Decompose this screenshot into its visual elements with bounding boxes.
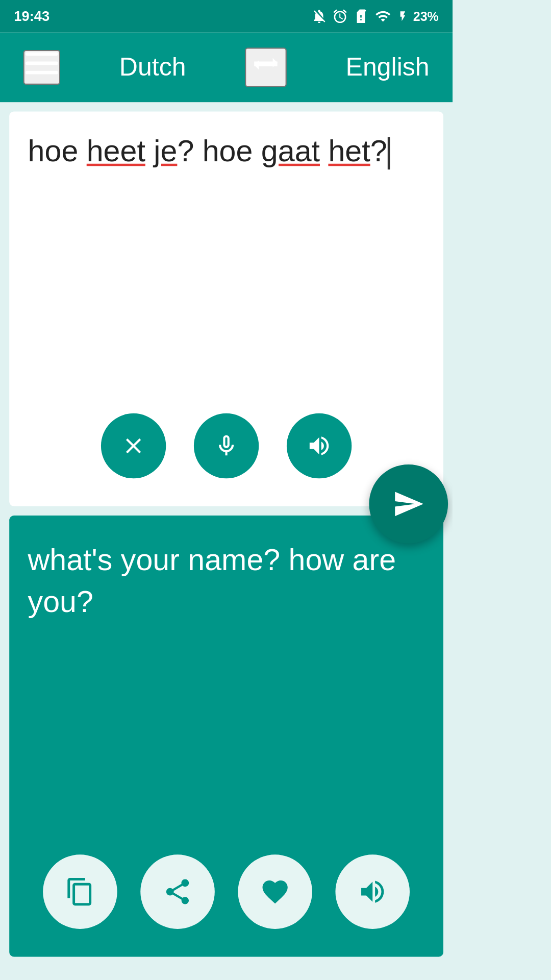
volume-output-icon [358,877,388,907]
top-nav: Dutch English [0,33,453,102]
output-text: what's your name? how are you? [28,539,425,624]
close-icon [121,433,146,459]
text-cursor [388,137,391,170]
spell-check-gaat: gaat [261,134,320,168]
copy-icon [65,877,95,907]
copy-button[interactable] [43,854,117,929]
output-controls [28,854,425,938]
microphone-button[interactable] [194,413,259,478]
translate-button[interactable] [369,464,448,544]
svg-rect-1 [26,62,58,65]
app-page: Dutch English hoe heet je? hoe gaat het? [0,33,453,980]
swap-languages-button[interactable] [245,47,287,87]
swap-icon [247,50,285,78]
clear-button[interactable] [101,413,166,478]
charging-icon [397,8,409,24]
spell-check-je: je [154,134,177,168]
source-language[interactable]: Dutch [119,52,186,82]
signal-icon [373,8,392,24]
spell-check-heet: heet [87,134,145,168]
hamburger-icon [26,52,58,75]
menu-button[interactable] [23,50,60,85]
sim-icon [353,8,369,24]
volume-icon [307,433,332,459]
target-language[interactable]: English [346,52,430,82]
speak-input-button[interactable] [287,413,352,478]
input-controls [28,413,425,488]
input-text[interactable]: hoe heet je? hoe gaat het? [28,130,425,413]
share-button[interactable] [140,854,215,929]
status-time: 19:43 [14,8,49,24]
svg-rect-0 [26,52,58,56]
speak-output-button[interactable] [335,854,410,929]
input-section: hoe heet je? hoe gaat het? [9,111,443,506]
send-icon [392,487,425,520]
heart-icon [260,877,290,907]
battery-text: 23% [413,9,439,23]
main-content: hoe heet je? hoe gaat het? [0,102,453,980]
svg-rect-2 [26,71,58,75]
output-section: what's your name? how are you? [9,516,443,957]
microphone-icon [214,433,239,459]
favorite-button[interactable] [238,854,312,929]
spell-check-het: het [328,134,370,168]
mute-icon [311,8,328,24]
alarm-icon [332,8,348,24]
status-bar: 19:43 23% [0,0,453,33]
status-icons: 23% [311,8,439,24]
share-icon [162,877,192,907]
